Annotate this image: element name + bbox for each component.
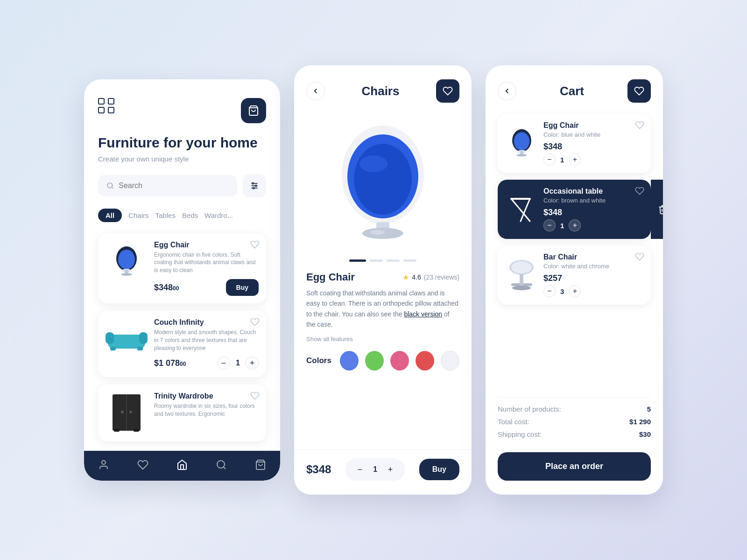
product-rating: ★ 4.6 (23 reviews) (402, 273, 459, 282)
color-pink-option[interactable] (390, 351, 409, 371)
color-green-option[interactable] (365, 351, 384, 371)
search-row (98, 174, 266, 197)
product-detail-price: $348 (306, 463, 331, 476)
cart-egg-chair-minus[interactable]: − (543, 154, 556, 166)
category-tabs: All Chairs Tables Beds Wardro... (98, 209, 266, 222)
svg-rect-12 (125, 270, 128, 273)
place-order-button[interactable]: Place an order (498, 452, 651, 481)
couch-price: $1 07800 (154, 358, 186, 368)
detail-wishlist-button[interactable] (436, 79, 459, 103)
cart-table-color: Color: brown and white (543, 197, 643, 204)
cart-wishlist-button[interactable] (627, 79, 651, 103)
svg-point-26 (217, 461, 225, 468)
nav-search-icon[interactable] (216, 459, 227, 472)
svg-rect-15 (106, 332, 114, 344)
tab-tables[interactable]: Tables (155, 209, 176, 222)
cart-bar-chair-info: Bar Chair Color: white and chrome $257 −… (543, 253, 643, 297)
couch-wishlist-button[interactable] (250, 317, 260, 329)
cart-table-minus[interactable]: − (543, 219, 556, 231)
tab-chairs[interactable]: Chairs (128, 209, 148, 222)
cart-bar-chair-qty: − 3 + (543, 285, 643, 297)
svg-point-31 (354, 144, 412, 215)
wardrobe-info: Trinity Wardrobe Roomy wardrobe in six s… (154, 392, 259, 423)
tab-wardrobes[interactable]: Wardro... (204, 209, 233, 222)
couch-qty-value: 1 (236, 359, 240, 367)
detail-qty-minus[interactable]: − (353, 463, 366, 476)
rating-value: 4.6 (412, 273, 421, 281)
svg-point-6 (252, 182, 254, 184)
product-description: Soft coating that withstands animal claw… (306, 288, 459, 330)
search-icon (106, 182, 114, 190)
dot-3[interactable] (387, 259, 400, 262)
couch-qty-minus[interactable]: − (217, 357, 230, 370)
cart-button[interactable] (241, 98, 266, 123)
black-version-link[interactable]: black version (404, 310, 442, 318)
egg-chair-wishlist-button[interactable] (250, 240, 260, 251)
search-box[interactable] (98, 175, 237, 196)
color-blue-option[interactable] (340, 351, 359, 371)
bottom-nav (84, 451, 280, 481)
cart-table-delete-button[interactable] (651, 180, 663, 239)
cart-egg-chair-image (505, 127, 538, 160)
couch-qty-plus[interactable]: + (246, 357, 259, 370)
color-red-option[interactable] (416, 351, 434, 371)
colors-row: Colors (306, 351, 459, 371)
search-input[interactable] (119, 182, 229, 190)
wardrobe-image (106, 392, 148, 434)
cart-table-plus[interactable]: + (569, 219, 581, 231)
cart-back-button[interactable] (498, 82, 516, 100)
detail-qty-plus[interactable]: + (384, 463, 397, 476)
back-button[interactable] (306, 82, 325, 100)
svg-point-45 (511, 261, 532, 273)
egg-chair-image (106, 241, 148, 283)
egg-chair-desc: Ergonomic chair in five colors. Soft coa… (154, 251, 259, 274)
grid-icon[interactable] (98, 98, 115, 113)
cart-table-qty: − 1 + (543, 219, 643, 231)
product-detail-title: Chairs (362, 84, 400, 98)
shipping-value: $30 (639, 430, 651, 438)
card1-header (98, 98, 266, 123)
couch-info: Couch Infinity Modern style and smooth s… (154, 318, 259, 370)
card3-header: Cart (498, 79, 651, 103)
nav-home-icon[interactable] (176, 459, 188, 472)
svg-point-25 (102, 461, 106, 464)
home-screen: Furniture for your home Create your own … (84, 79, 280, 481)
svg-line-42 (521, 199, 530, 221)
dot-2[interactable] (370, 259, 383, 262)
cart-item-bar-chair: Bar Chair Color: white and chrome $257 −… (498, 245, 651, 305)
color-white-option[interactable] (441, 351, 459, 371)
svg-rect-39 (520, 151, 523, 154)
detail-buy-button[interactable]: Buy (419, 459, 459, 480)
cart-bar-chair-plus[interactable]: + (569, 285, 581, 297)
product-list: Egg Chair Ergonomic chair in five colors… (98, 233, 266, 442)
filter-button[interactable] (243, 174, 266, 197)
cart-egg-chair-wishlist[interactable] (635, 120, 644, 132)
nav-wishlist-icon[interactable] (137, 459, 148, 472)
cart-bar-chair-minus[interactable]: − (543, 285, 556, 297)
dot-1[interactable] (349, 259, 366, 262)
svg-point-10 (118, 250, 135, 269)
summary-products-row: Number of products: 5 (498, 405, 651, 413)
svg-rect-16 (139, 332, 148, 344)
cart-bar-chair-wishlist[interactable] (635, 252, 644, 263)
svg-rect-18 (137, 347, 143, 350)
colors-label: Colors (306, 356, 331, 365)
cart-item-egg-chair: Egg Chair Color: blue and white $348 − 1… (498, 114, 651, 173)
cart-egg-chair-color: Color: blue and white (543, 131, 643, 138)
show-all-features[interactable]: Show all features (306, 336, 459, 343)
wardrobe-wishlist-button[interactable] (250, 391, 260, 402)
egg-chair-buy-button[interactable]: Buy (226, 279, 259, 296)
svg-point-13 (121, 273, 132, 276)
svg-point-40 (516, 154, 527, 157)
tab-beds[interactable]: Beds (182, 209, 198, 222)
wardrobe-name: Trinity Wardrobe (154, 392, 259, 400)
dot-4[interactable] (403, 259, 416, 262)
card2-footer: $348 − 1 + Buy (294, 449, 472, 495)
couch-desc: Modern style and smooth shapes. Couch in… (154, 329, 259, 352)
tab-all[interactable]: All (98, 209, 122, 222)
nav-cart-icon[interactable] (255, 459, 266, 472)
cart-egg-chair-plus[interactable]: + (569, 154, 581, 166)
nav-profile-icon[interactable] (98, 459, 109, 472)
cart-table-info: Occasional table Color: brown and white … (543, 187, 643, 231)
cart-table-wishlist[interactable] (635, 186, 644, 197)
